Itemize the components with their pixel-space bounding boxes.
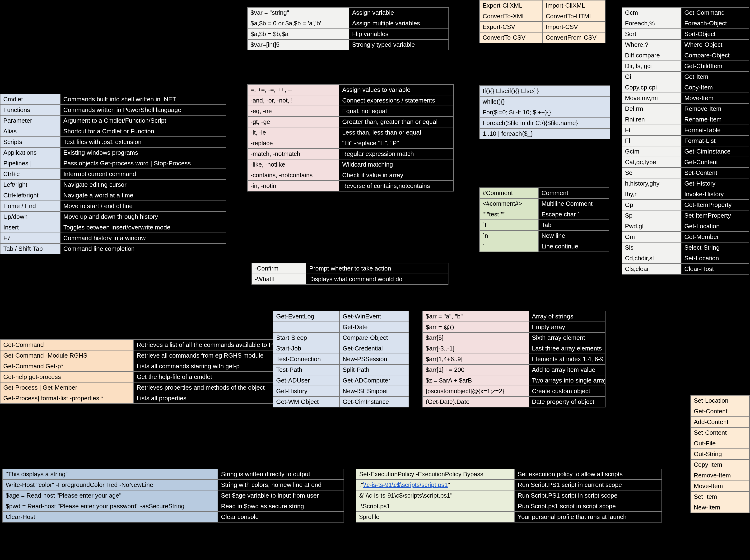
vars-right: Assign multiple variables — [349, 18, 448, 28]
alias-right: Get-ChildItem — [682, 61, 749, 71]
cmds-right: Split-Path — [340, 365, 409, 375]
concepts-right: Interrupt current command — [61, 169, 226, 179]
cmds-right: Get-Credential — [340, 343, 409, 354]
ops-right: Wildcard matching — [339, 159, 453, 169]
scripts-right: Your personal profile that runs at launc… — [515, 512, 662, 522]
alias-left: Dir, ls, gci — [622, 61, 682, 71]
cmds-left: Test-Path — [273, 365, 340, 375]
concepts-left: Applications — [0, 147, 61, 158]
alias-right: Invoke-History — [682, 189, 749, 199]
esc-right: New line — [539, 231, 609, 241]
vars-right: Flip variables — [349, 29, 448, 39]
arr-right: Empty array — [529, 322, 605, 332]
output-left: Clear-Host — [3, 512, 218, 522]
alias-right: Select-String — [682, 242, 749, 253]
alias-left: Rni,ren — [622, 114, 682, 125]
help-right: Lists all properties — [134, 393, 279, 403]
ops-right: Assign values to variable — [339, 85, 453, 95]
alias-left: Sort — [622, 29, 682, 39]
alias-left: Sp — [622, 211, 682, 221]
alias-right: Move-Item — [682, 93, 749, 103]
flow-cell: If(){} Elseif(){} Else{ } — [480, 86, 610, 96]
esc-left: ` — [480, 241, 539, 252]
arr-left: (Get-Date).Date — [423, 397, 529, 407]
alias-left: Gi — [622, 72, 682, 82]
cmdlist-cell: Set-Location — [691, 396, 749, 406]
cmds-left: Get-WMIObject — [273, 397, 340, 407]
ops-right: Reverse of contains,notcontains — [339, 181, 453, 191]
concepts-left: Insert — [0, 222, 61, 233]
concepts-left: F7 — [0, 233, 61, 243]
variables-table: $var = "string"Assign variable$a,$b = 0 … — [247, 7, 449, 50]
flow-cell: 1..10 | foreach{$_} — [480, 128, 610, 139]
params-right: Displays what command would do — [306, 274, 448, 284]
ops-right: Connect expressions / statements — [339, 95, 453, 106]
concepts-left: Parameter — [0, 116, 61, 126]
cmds-left: Start-Job — [273, 343, 340, 354]
alias-right: Get-Content — [682, 157, 749, 167]
alias-left: Ihy,r — [622, 189, 682, 199]
concepts-right: Move to start / end of line — [61, 201, 226, 211]
alias-left: Gm — [622, 232, 682, 242]
concepts-right: Text files with .ps1 extension — [61, 137, 226, 147]
cmdlist-cell: Remove-Item — [691, 470, 749, 481]
concepts-left: Ctrl+c — [0, 169, 61, 179]
useful-cmdlets-table: Get-EventLogGet-WinEventGet-DateStart-Sl… — [273, 311, 409, 407]
concepts-left: Up/down — [0, 212, 61, 222]
arr-left: $arr[-3..-1] — [423, 343, 529, 354]
alias-right: Get-Item — [682, 72, 749, 82]
alias-right: Foreach-Object — [682, 18, 749, 28]
cmdlist-cell: Get-Content — [691, 406, 749, 416]
help-left: Get-Process| format-list -properties * — [0, 393, 134, 403]
cmds-right: Get-ADComputer — [340, 375, 409, 386]
alias-left: Pwd,gl — [622, 221, 682, 231]
concepts-left: Cmdlet — [0, 94, 61, 104]
concepts-right: Pass objects Get-process word | Stop-Pro… — [61, 158, 226, 168]
concepts-right: Argument to a Cmdlet/Function/Script — [61, 116, 226, 126]
help-right: Retrieves a list of all the commands ava… — [134, 340, 279, 350]
help-left: Get-Process | Get-Member — [0, 382, 134, 393]
alias-left: Sls — [622, 242, 682, 253]
scripts-right: Run Script.ps1 script in script scope — [515, 501, 662, 511]
concepts-right: Commands built into shell written in .NE… — [61, 94, 226, 104]
help-right: Retrieve all commands from eg RGHS modul… — [134, 351, 279, 361]
alias-left: Cd,chdir,sl — [622, 253, 682, 263]
output-left: $age = Read-host "Please enter your age" — [3, 491, 218, 501]
ops-right: Greater than, greater than or equal — [339, 117, 453, 127]
esc-left: "`"test`"" — [480, 209, 539, 220]
concepts-left: Alias — [0, 126, 61, 136]
concepts-right: Commands written in PowerShell language — [61, 105, 226, 115]
flow-cell: For($i=0; $i -lt 10; $i++){} — [480, 107, 610, 117]
arr-left: $z = $arA + $arB — [423, 375, 529, 386]
cmds-left: Start-Sleep — [273, 333, 340, 343]
output-table: "This displays a string"String is writte… — [2, 468, 344, 522]
scripts-left: $profile — [357, 512, 515, 522]
alias-right: Get-Member — [682, 232, 749, 242]
parameters-table: -ConfirmPrompt whether to take action-Wh… — [251, 263, 448, 285]
output-right: Clear console — [218, 512, 344, 522]
ops-left: -like, -notlike — [248, 159, 339, 169]
help-left: Get-help get-process — [0, 372, 134, 382]
output-left: Write-Host "color" -ForegroundColor Red … — [3, 480, 218, 490]
alias-right: Set-ItemProperty — [682, 211, 749, 221]
cmdlist-cell: Copy-Item — [691, 460, 749, 470]
arr-right: Date property of object — [529, 397, 605, 407]
import-right: Import-CliXML — [543, 0, 605, 11]
concepts-right: Command history in a window — [61, 233, 226, 243]
alias-right: Sort-Object — [682, 29, 749, 39]
arr-right: Elements at index 1,4, 6-9 — [529, 354, 605, 364]
arr-left: $arr[1] += 200 — [423, 365, 529, 375]
output-right: Set $age variable to input from user — [218, 491, 344, 501]
cmds-right: New-PSSession — [340, 354, 409, 364]
help-right: Retrieves properties and methods of the … — [134, 382, 279, 393]
arr-left: [pscustomobject]@{x=1;z=2} — [423, 386, 529, 396]
concepts-left: Home / End — [0, 201, 61, 211]
concepts-left: Tab / Shift-Tab — [0, 244, 61, 254]
arr-left: $arr = "a", "b" — [423, 311, 529, 321]
alias-left: h,history,ghy — [622, 178, 682, 188]
concepts-left: Left/right — [0, 180, 61, 190]
scripts-left: .\Script.ps1 — [357, 501, 515, 511]
cmds-left: Get-History — [273, 386, 340, 396]
alias-right: Get-Command — [682, 7, 749, 18]
output-right: Read in $pwd as secure string — [218, 501, 344, 511]
